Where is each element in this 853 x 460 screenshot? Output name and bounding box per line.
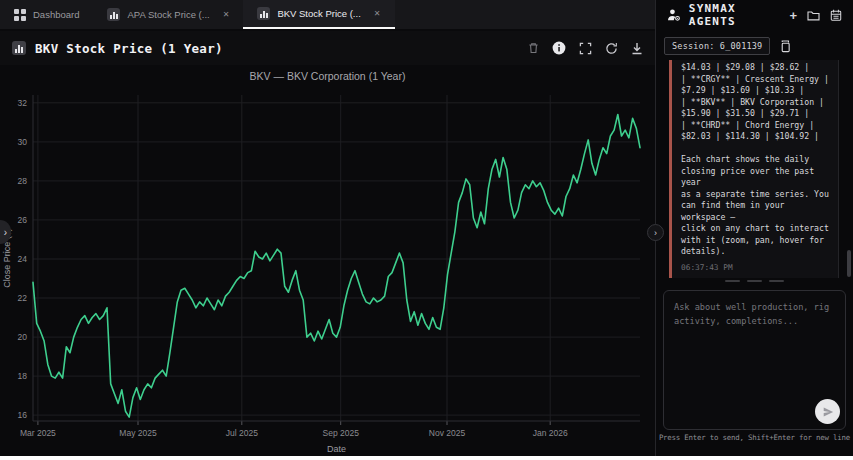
stock-line-chart[interactable]: 161820222426283032Mar 2025May 2025Jul 20… (0, 88, 655, 456)
agent-message: $14.03 | $29.08 | $28.62 | | **CRGY** | … (669, 60, 839, 278)
tab-apa-stock-price[interactable]: APA Stock Price (... ✕ (93, 0, 243, 29)
svg-text:16: 16 (18, 410, 28, 420)
svg-text:18: 18 (18, 371, 28, 381)
tab-dashboard[interactable]: Dashboard (0, 0, 93, 29)
calendar-button[interactable] (830, 9, 842, 21)
input-hint: Press Enter to send, Shift+Enter for new… (656, 433, 853, 442)
svg-text:May 2025: May 2025 (119, 428, 157, 438)
svg-text:26: 26 (18, 215, 28, 225)
tab-bar: Dashboard APA Stock Price (... ✕ BKV Sto… (0, 0, 655, 30)
svg-text:32: 32 (18, 98, 28, 108)
tab-label: Dashboard (33, 9, 79, 20)
close-icon[interactable]: ✕ (374, 9, 381, 18)
panel-title: BKV Stock Price (1 Year) (35, 41, 223, 56)
bar-chart-icon (257, 7, 270, 20)
new-session-button[interactable]: + (789, 9, 797, 22)
svg-text:Mar 2025: Mar 2025 (20, 428, 56, 438)
bar-chart-icon (107, 8, 120, 21)
close-icon[interactable]: ✕ (223, 10, 230, 19)
sidebar-header: SYNMAX AGENTS + (656, 0, 853, 30)
download-button[interactable] (631, 42, 643, 55)
svg-text:22: 22 (18, 293, 28, 303)
fullscreen-button[interactable] (579, 42, 592, 55)
download-icon (631, 42, 643, 55)
chart-title: BKV — BKV Corporation (1 Year) (0, 70, 655, 82)
svg-text:20: 20 (18, 332, 28, 342)
message-text: $14.03 | $29.08 | $28.62 | | **CRGY** | … (681, 62, 830, 258)
refresh-icon (605, 42, 618, 55)
chat-input-card (663, 290, 846, 430)
chart-toolbar (528, 41, 643, 55)
svg-text:Jan 2026: Jan 2026 (533, 428, 568, 438)
app-window: Dashboard APA Stock Price (... ✕ BKV Sto… (0, 0, 853, 456)
tab-bkv-stock-price[interactable]: BKV Stock Price (... ✕ (243, 0, 394, 29)
copy-session-button[interactable] (779, 40, 791, 53)
bar-chart-icon (12, 41, 26, 55)
session-badge: Session: 6_001139 (664, 37, 770, 55)
agent-person-gear-icon (667, 8, 681, 22)
sidebar-collapse-button[interactable]: › (647, 224, 664, 241)
dashboard-grid-icon (14, 9, 26, 21)
chat-resize-handle[interactable] (656, 280, 853, 282)
info-button[interactable] (552, 41, 566, 55)
svg-text:28: 28 (18, 176, 28, 186)
copy-icon (779, 40, 791, 53)
session-row: Session: 6_001139 (664, 37, 791, 55)
sidebar-title: SYNMAX AGENTS (689, 2, 790, 28)
folder-icon (807, 10, 820, 21)
svg-text:Jul 2025: Jul 2025 (226, 428, 258, 438)
svg-text:Date: Date (327, 444, 346, 454)
info-icon (552, 41, 566, 55)
tab-label: APA Stock Price (... (127, 9, 209, 20)
calendar-icon (830, 9, 842, 21)
send-button[interactable] (815, 399, 840, 424)
agent-sidebar: SYNMAX AGENTS + Session: 6_001139 $14.03… (655, 0, 853, 456)
chat-scrollbar-thumb[interactable] (847, 250, 851, 277)
tab-label: BKV Stock Price (... (277, 8, 360, 19)
trash-icon (528, 42, 539, 54)
folder-button[interactable] (807, 10, 820, 21)
svg-text:24: 24 (18, 254, 28, 264)
delete-chart-button[interactable] (528, 42, 539, 54)
fullscreen-icon (579, 42, 592, 55)
chart-panel-header: BKV Stock Price (1 Year) (0, 31, 655, 65)
message-timestamp: 06:37:43 PM (681, 263, 830, 272)
main-area: Dashboard APA Stock Price (... ✕ BKV Sto… (0, 0, 655, 456)
svg-text:30: 30 (18, 137, 28, 147)
svg-text:Sep 2025: Sep 2025 (322, 428, 359, 438)
chart-area[interactable]: BKV — BKV Corporation (1 Year) 161820222… (0, 65, 655, 456)
refresh-button[interactable] (605, 42, 618, 55)
send-icon (822, 406, 834, 418)
chat-history[interactable]: $14.03 | $29.08 | $28.62 | | **CRGY** | … (656, 60, 853, 278)
svg-text:Nov 2025: Nov 2025 (429, 428, 466, 438)
